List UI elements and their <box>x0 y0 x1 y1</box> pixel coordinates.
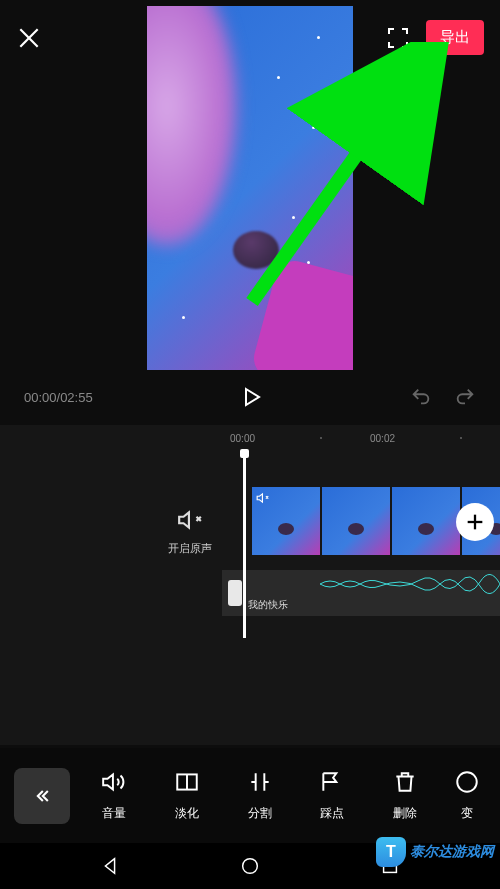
tool-label: 踩点 <box>320 805 344 822</box>
original-sound-toggle[interactable]: 开启原声 <box>168 507 212 556</box>
toolbar-back-button[interactable] <box>14 768 70 824</box>
split-tool[interactable]: 分割 <box>234 769 286 822</box>
svg-point-7 <box>457 772 477 792</box>
timeline-playhead[interactable] <box>243 453 246 638</box>
delete-tool[interactable]: 删除 <box>379 769 431 822</box>
timeline-area: 00:00 00:02 开启原声 我的快乐 <box>0 425 500 745</box>
tool-label: 变 <box>461 805 473 822</box>
clip-mute-icon <box>256 491 270 505</box>
tool-label: 删除 <box>393 805 417 822</box>
fullscreen-icon[interactable] <box>386 26 410 50</box>
watermark: T 泰尔达游戏网 <box>376 837 494 867</box>
time-display: 00:00/02:55 <box>24 390 93 405</box>
tool-label: 淡化 <box>175 805 199 822</box>
watermark-logo-icon: T <box>376 837 406 867</box>
sound-toggle-label: 开启原声 <box>168 541 212 556</box>
svg-marker-2 <box>246 389 259 405</box>
timeline-ruler[interactable]: 00:00 00:02 <box>0 425 500 445</box>
bottom-toolbar: 音量 淡化 分割 踩点 删除 变 <box>0 748 500 843</box>
watermark-text: 泰尔达游戏网 <box>410 843 494 861</box>
add-clip-button[interactable] <box>456 503 494 541</box>
audio-track-handle[interactable] <box>228 580 242 606</box>
ruler-label: 00:02 <box>370 433 395 444</box>
svg-point-8 <box>243 859 258 874</box>
ruler-label: 00:00 <box>230 433 255 444</box>
redo-icon[interactable] <box>454 386 476 408</box>
volume-tool[interactable]: 音量 <box>88 769 140 822</box>
top-bar: 导出 <box>0 0 500 55</box>
audio-waveform <box>320 574 500 594</box>
export-button[interactable]: 导出 <box>426 20 484 55</box>
transform-tool[interactable]: 变 <box>452 769 482 822</box>
audio-track-name: 我的快乐 <box>248 598 288 612</box>
nav-back-icon[interactable] <box>99 855 121 877</box>
video-preview-area <box>0 0 500 400</box>
fade-tool[interactable]: 淡化 <box>161 769 213 822</box>
close-icon[interactable] <box>16 25 42 51</box>
beat-tool[interactable]: 踩点 <box>306 769 358 822</box>
video-clip[interactable] <box>322 487 390 555</box>
playback-bar: 00:00/02:55 <box>0 385 500 409</box>
tool-label: 音量 <box>102 805 126 822</box>
video-clip[interactable] <box>392 487 460 555</box>
video-clip[interactable] <box>252 487 320 555</box>
video-preview[interactable] <box>147 6 353 370</box>
play-button[interactable] <box>239 385 263 409</box>
undo-icon[interactable] <box>410 386 432 408</box>
nav-home-icon[interactable] <box>239 855 261 877</box>
audio-track[interactable]: 我的快乐 <box>222 570 500 616</box>
tool-label: 分割 <box>248 805 272 822</box>
